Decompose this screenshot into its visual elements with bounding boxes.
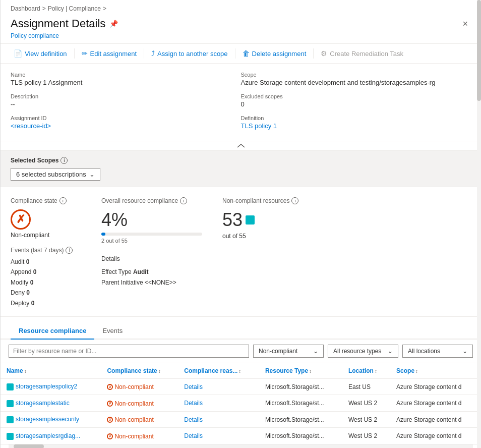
tab-resource-compliance[interactable]: Resource compliance [11, 322, 94, 340]
table-row: storagesamplessecurity ✗ Non-compliant D… [1, 411, 481, 428]
col-compliance-reason[interactable]: Compliance reas...↕ [178, 363, 259, 379]
assignment-id-label: Assignment ID [11, 115, 241, 121]
cell-scope-0: Azure Storage content d [390, 378, 481, 395]
cell-resource-type-0: Microsoft.Storage/st... [259, 378, 342, 395]
events-info-icon[interactable]: i [66, 247, 73, 254]
col-name[interactable]: Name↕ [1, 363, 101, 379]
toolbar-separator-4 [313, 48, 314, 59]
collapse-button[interactable] [1, 141, 481, 151]
bottom-scrollbar[interactable] [9, 444, 473, 448]
toolbar-separator-2 [144, 48, 144, 59]
breadcrumb: Dashboard > Policy | Compliance > [1, 0, 481, 14]
table-row: storagesamplestatic ✗ Non-compliant Deta… [1, 395, 481, 412]
assign-scope-button[interactable]: ⤴ Assign to another scope [146, 47, 232, 60]
cell-compliance-state-3: ✗ Non-compliant [101, 428, 178, 444]
compliance-filter-dropdown[interactable]: Non-compliant ⌄ [253, 345, 324, 358]
cell-scope-1: Azure Storage content d [390, 395, 481, 412]
scopes-section: Selected Scopes i 6 selected subscriptio… [1, 151, 481, 187]
nc-badge-2: ✗ Non-compliant [107, 416, 153, 423]
compliance-state-info-icon[interactable]: i [59, 197, 67, 204]
cell-name-3[interactable]: storagesamplesrgdiag... [1, 428, 101, 444]
close-button[interactable]: × [459, 18, 471, 30]
col-resource-type[interactable]: Resource Type↕ [259, 363, 342, 379]
col-scope[interactable]: Scope↕ [390, 363, 481, 379]
edit-assignment-button[interactable]: ✏ Edit assignment [77, 47, 142, 60]
row-resource-icon-3 [7, 433, 14, 440]
cell-scope-3: Azure Storage content d [390, 428, 481, 444]
location-filter-dropdown[interactable]: All locations ⌄ [402, 345, 473, 358]
scrollbar-thumb [477, 0, 481, 101]
breadcrumb-sep1: > [42, 5, 46, 12]
scopes-info-icon[interactable]: i [61, 157, 68, 164]
table-row: storagesamplespolicy2 ✗ Non-compliant De… [1, 378, 481, 395]
row-resource-icon-0 [7, 383, 14, 390]
resource-table-wrap: Name↕ Compliance state↕ Compliance reas.… [1, 363, 481, 444]
cell-name-2[interactable]: storagesamplessecurity [1, 411, 101, 428]
event-audit: Audit 0 [11, 257, 81, 267]
col-location[interactable]: Location↕ [342, 363, 390, 379]
panel-header: Assignment Details 📌 × [1, 14, 481, 31]
breadcrumb-policy[interactable]: Policy | Compliance [48, 5, 101, 12]
scope-label: Scope [241, 72, 471, 78]
assignment-id-value[interactable]: <resource-id> [11, 122, 241, 130]
name-label: Name [11, 72, 241, 78]
resource-type-filter-dropdown[interactable]: All resource types ⌄ [328, 345, 398, 358]
tab-events[interactable]: Events [94, 322, 131, 340]
view-definition-button[interactable]: 📄 View definition [9, 47, 72, 60]
cell-reason-1[interactable]: Details [178, 395, 259, 412]
panel-title: Assignment Details [11, 17, 105, 30]
col-compliance-state[interactable]: Compliance state↕ [101, 363, 178, 379]
effect-type-row: Effect Type Audit [101, 267, 202, 278]
description-label: Description [11, 93, 241, 99]
resource-type-filter-label: All resource types [333, 348, 381, 355]
cell-compliance-state-0: ✗ Non-compliant [101, 378, 178, 395]
resource-filter-input[interactable] [9, 345, 249, 358]
remediation-icon: ⚙ [321, 49, 327, 58]
nc-dot-icon-2: ✗ [107, 417, 113, 423]
cell-name-0[interactable]: storagesamplespolicy2 [1, 378, 101, 395]
scrollbar-track[interactable] [477, 0, 481, 448]
nc-badge-3: ✗ Non-compliant [107, 433, 153, 440]
events-list: Audit 0 Append 0 Modify 0 Deny 0 Deploy … [11, 257, 81, 308]
definition-value[interactable]: TLS policy 1 [241, 122, 471, 130]
compliance-filter-label: Non-compliant [259, 348, 297, 355]
cell-reason-2[interactable]: Details [178, 411, 259, 428]
name-item: Name TLS policy 1 Assignment [11, 72, 241, 86]
resource-count-icon [246, 215, 255, 225]
assignment-id-item: Assignment ID <resource-id> [11, 115, 241, 130]
definition-item: Definition TLS policy 1 [241, 115, 471, 130]
parent-initiative-row: Parent Initiative <<NONE>> [101, 277, 202, 289]
details-section: Name TLS policy 1 Assignment Scope Azure… [1, 64, 481, 141]
edit-icon: ✏ [82, 49, 88, 58]
pin-icon[interactable]: 📌 [109, 20, 118, 28]
scope-value: Azure Storage content development and te… [241, 79, 471, 86]
panel-subtitle: Policy compliance [1, 31, 481, 43]
non-compliant-info-icon[interactable]: i [291, 197, 298, 204]
delete-assignment-button[interactable]: 🗑 Delete assignment [237, 47, 312, 60]
resource-table: Name↕ Compliance state↕ Compliance reas.… [1, 363, 481, 444]
cell-reason-3[interactable]: Details [178, 428, 259, 444]
cell-location-0: East US [342, 378, 390, 395]
scope-dropdown[interactable]: 6 selected subscriptions ⌄ [11, 168, 100, 181]
breadcrumb-dashboard[interactable]: Dashboard [11, 5, 40, 12]
event-append: Append 0 [11, 267, 81, 277]
chevron-down-icon: ⌄ [89, 171, 95, 178]
cell-reason-0[interactable]: Details [178, 378, 259, 395]
cell-location-2: West US 2 [342, 411, 390, 428]
cell-location-1: West US 2 [342, 395, 390, 412]
toolbar: 📄 View definition ✏ Edit assignment ⤴ As… [1, 43, 481, 64]
nc-dot-icon-3: ✗ [107, 433, 113, 439]
delete-assignment-label: Delete assignment [252, 50, 307, 58]
create-remediation-button[interactable]: ⚙ Create Remediation Task [316, 47, 408, 60]
event-deploy: Deploy 0 [11, 298, 81, 308]
scope-dropdown-label: 6 selected subscriptions [16, 171, 86, 178]
progress-bar-fill [101, 233, 105, 236]
filter-row: Non-compliant ⌄ All resource types ⌄ All… [1, 340, 481, 363]
description-item: Description -- [11, 93, 241, 108]
compliance-section: Compliance state i ✗ Non-compliant Event… [1, 187, 481, 317]
event-deny: Deny 0 [11, 288, 81, 298]
resource-type-chevron: ⌄ [388, 348, 393, 355]
overall-compliance-info-icon[interactable]: i [180, 197, 187, 204]
cell-name-1[interactable]: storagesamplestatic [1, 395, 101, 412]
non-compliant-icon: ✗ [11, 209, 31, 230]
